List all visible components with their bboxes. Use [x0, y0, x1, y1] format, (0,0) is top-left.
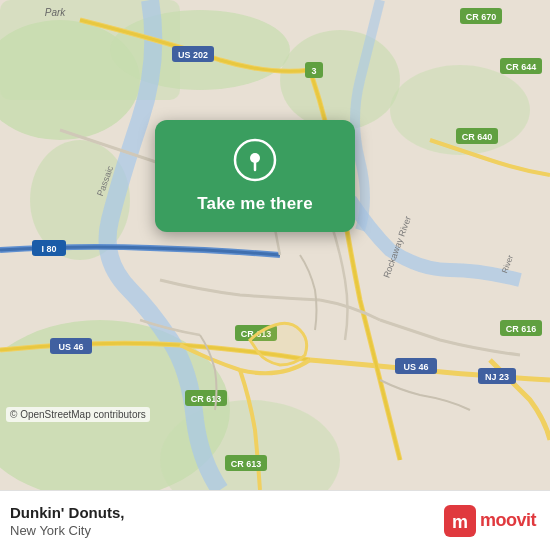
svg-text:I 80: I 80: [41, 244, 56, 254]
map-container: US 202 I 80 US 46 US 46 CR 670 CR 644 CR…: [0, 0, 550, 490]
location-pin-icon: [233, 138, 277, 182]
osm-attribution: © OpenStreetMap contributors: [6, 407, 150, 422]
svg-text:US 202: US 202: [178, 50, 208, 60]
svg-text:CR 670: CR 670: [466, 12, 497, 22]
svg-text:CR 644: CR 644: [506, 62, 537, 72]
svg-text:CR 616: CR 616: [506, 324, 537, 334]
svg-text:US 46: US 46: [58, 342, 83, 352]
svg-text:CR 640: CR 640: [462, 132, 493, 142]
take-me-there-button[interactable]: Take me there: [191, 192, 319, 216]
location-name: Dunkin' Donuts,: [10, 504, 124, 521]
svg-point-5: [280, 30, 400, 130]
svg-text:CR 613: CR 613: [231, 459, 262, 469]
moovit-icon-svg: m: [444, 505, 476, 537]
svg-text:3: 3: [311, 66, 316, 76]
svg-text:Park: Park: [45, 7, 67, 18]
moovit-text: moovit: [480, 510, 536, 531]
moovit-logo: m moovit: [444, 505, 536, 537]
svg-text:m: m: [452, 512, 468, 532]
bottom-bar: Dunkin' Donuts, New York City m moovit: [0, 490, 550, 550]
popup-card[interactable]: Take me there: [155, 120, 355, 232]
svg-text:US 46: US 46: [403, 362, 428, 372]
location-city: New York City: [10, 523, 124, 538]
location-info: Dunkin' Donuts, New York City: [10, 504, 124, 538]
svg-text:NJ 23: NJ 23: [485, 372, 509, 382]
